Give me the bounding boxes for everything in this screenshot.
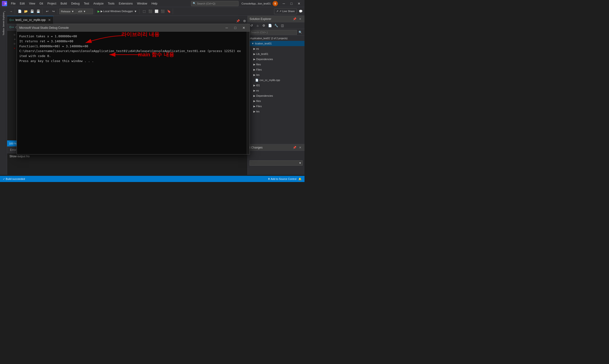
minimize-button[interactable]: ─: [280, 0, 287, 7]
menu-project[interactable]: Project: [45, 0, 58, 7]
menu-view[interactable]: View: [27, 0, 37, 7]
tree-item-5[interactable]: ▶ Files: [248, 67, 304, 72]
svg-marker-2: [5, 3, 6, 4]
tree-item-8[interactable]: ▶ t01: [248, 83, 304, 88]
vs-logo-icon: [2, 1, 7, 6]
debug-tool1[interactable]: ⬚: [141, 9, 147, 14]
toolbox-icon[interactable]: Toolbox: [0, 28, 7, 35]
tree-item-6[interactable]: ▶ les: [248, 72, 304, 78]
menu-test[interactable]: Test: [82, 0, 91, 7]
tree-label-12: Files: [256, 105, 262, 108]
tree-label-1: es: [256, 47, 259, 50]
changes-dropdown[interactable]: ▼: [249, 160, 303, 166]
save-button[interactable]: 💾: [29, 9, 35, 14]
changes-dropdown-arrow: ▼: [299, 162, 301, 164]
run-button[interactable]: ▶ ▶ Local Windows Debugger ▼: [96, 9, 138, 13]
menu-analyze[interactable]: Analyze: [92, 0, 106, 7]
tree-icon-6: ▶: [253, 73, 255, 77]
tree-item-11[interactable]: ▶ files: [248, 98, 304, 104]
se-filter-button[interactable]: ⚙: [261, 23, 267, 28]
live-share-icon: ↗: [276, 10, 278, 13]
configuration-dropdown[interactable]: Release ▼: [59, 9, 76, 14]
menu-edit[interactable]: Edit: [18, 0, 27, 7]
server-explorer-icon[interactable]: Server Explorer: [0, 17, 7, 23]
tab-close-button[interactable]: ✕: [48, 18, 51, 22]
search-box[interactable]: 🔍 Search (Ctrl+Q): [191, 1, 239, 6]
notifications-icon[interactable]: 🔔: [298, 178, 302, 181]
menu-window[interactable]: Window: [135, 0, 149, 7]
changes-pin-button[interactable]: 📌: [292, 145, 297, 150]
add-source-control[interactable]: ⬆ Add to Source Control: [268, 178, 296, 181]
console-maximize-button[interactable]: □: [232, 25, 239, 31]
tree-item-3[interactable]: ▶ Dependencies: [248, 57, 304, 62]
tree-label-3: Dependencies: [256, 58, 273, 61]
redo-button[interactable]: ↪: [50, 9, 56, 14]
menu-help[interactable]: Help: [150, 0, 159, 7]
menu-build[interactable]: Build: [59, 0, 69, 7]
save-all-button[interactable]: 💾: [35, 9, 41, 14]
debug-tool4[interactable]: ⬛: [160, 9, 166, 14]
menu-file[interactable]: File: [9, 0, 17, 7]
menu-git[interactable]: Git: [38, 0, 45, 7]
se-search-icon[interactable]: 🔍: [298, 30, 303, 35]
close-button[interactable]: ✕: [295, 0, 303, 7]
console-line-1: Function takes x = 1.000000e+00: [19, 34, 244, 39]
new-file-button[interactable]: 📄: [17, 9, 23, 14]
solution-root[interactable]: leApplication_test01' (2 of 2 projects): [248, 36, 304, 41]
forward-button[interactable]: →: [8, 9, 14, 14]
se-close-button[interactable]: ✕: [298, 17, 303, 21]
tab-label: test1_cxx_cc_mylib.cpp: [15, 18, 46, 22]
feedback-button[interactable]: 💬: [298, 9, 304, 14]
platform-dropdown-arrow: ▼: [83, 10, 86, 13]
se-toolbar: ↺ ⌂ ⚙ 📄 🔧 ◫: [248, 22, 304, 29]
build-status: ✓ Build succeeded: [3, 178, 25, 181]
tree-icon-0: ▼: [251, 42, 254, 45]
debug-tool3[interactable]: ⬜: [154, 9, 159, 14]
tree-item-10[interactable]: ▶ Dependencies: [248, 93, 304, 98]
tree-item-7[interactable]: 📄 cxx_cc_mylib.cpp: [248, 78, 304, 83]
console-minimize-button[interactable]: ─: [223, 25, 230, 31]
tree-label-13: les: [256, 110, 260, 113]
settings-tab-button[interactable]: ⚙: [242, 18, 248, 24]
se-search-input[interactable]: [249, 30, 297, 35]
menu-debug[interactable]: Debug: [69, 0, 81, 7]
se-pin-button[interactable]: 📌: [292, 17, 297, 21]
open-file-button[interactable]: 📂: [23, 9, 29, 14]
console-close-button[interactable]: ✕: [240, 25, 247, 31]
changes-close-button[interactable]: ✕: [298, 145, 303, 150]
undo-group: ↩ ↪: [43, 9, 57, 14]
run-dropdown-arrow: ▼: [134, 10, 137, 13]
pin-tab-button[interactable]: 📌: [235, 18, 241, 24]
se-new-file-button[interactable]: 📄: [267, 23, 273, 28]
live-share-button[interactable]: ↗ ↗ Live Share: [274, 9, 297, 14]
run-label: ▶ Local Windows Debugger: [101, 10, 133, 13]
output-content: Show output fro: [7, 153, 248, 175]
debug-tool2[interactable]: ⬛: [148, 9, 153, 14]
se-props-button[interactable]: 🔧: [273, 23, 279, 28]
tree-icon-2: ▶: [253, 52, 255, 56]
undo-button[interactable]: ↩: [44, 9, 50, 14]
se-view-button[interactable]: ◫: [279, 23, 285, 28]
tree-item-4[interactable]: ▶ files: [248, 62, 304, 67]
menu-tools[interactable]: Tools: [106, 0, 116, 7]
tree-icon-8: ▶: [253, 84, 255, 87]
debug-group: ⬚ ⬛ ⬜ ⬛ 🔖: [140, 9, 173, 14]
tree-item-2[interactable]: ▶ Lib_test01: [248, 51, 304, 57]
se-home-button[interactable]: ⌂: [255, 23, 261, 28]
debug-tool5[interactable]: 🔖: [166, 9, 172, 14]
tree-item-9[interactable]: ▶ es: [248, 88, 304, 93]
config-group: Release ▼ x64 ▼: [58, 9, 94, 14]
menu-extensions[interactable]: Extensions: [117, 0, 135, 7]
tree-item-13[interactable]: ▶ les: [248, 109, 304, 114]
debug-console-scrollbar[interactable]: [247, 32, 249, 154]
line-numbers: ⊞ ⊟ ⊞ ✕: [7, 31, 17, 140]
config-dropdown-arrow: ▼: [71, 10, 74, 13]
restore-button[interactable]: □: [288, 0, 295, 7]
tree-item-1[interactable]: ▶ es: [248, 46, 304, 51]
active-tab[interactable]: C++ test1_cxx_cc_mylib.cpp ✕: [7, 16, 54, 24]
tree-item-12[interactable]: ▶ Files: [248, 104, 304, 109]
debug-console-content: Function takes x = 1.000000e+00 It retur…: [17, 32, 247, 154]
tree-item-0[interactable]: ▼ lication_test01: [248, 41, 304, 46]
platform-dropdown[interactable]: x64 ▼: [76, 9, 93, 14]
solution-tree: leApplication_test01' (2 of 2 projects) …: [248, 36, 304, 144]
